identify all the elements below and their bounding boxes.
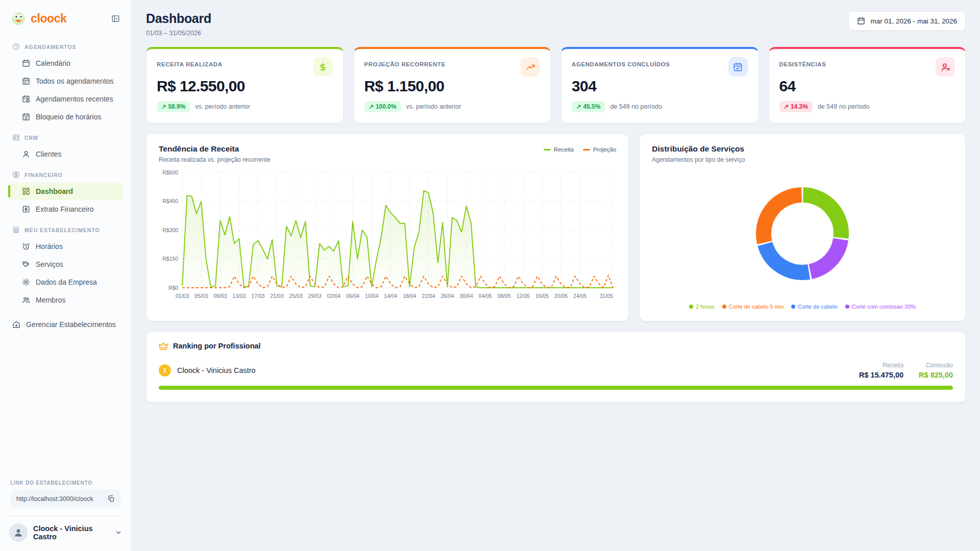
- rank-stats: Receita R$ 15.475,00 Comissão R$ 825,00: [859, 362, 953, 379]
- donut-slice-2-horas[interactable]: [803, 195, 842, 238]
- page-title: Dashboard: [146, 11, 211, 26]
- svg-text:13/03: 13/03: [232, 293, 246, 299]
- sidebar-section-header: MEU ESTABELECIMENTO: [8, 222, 123, 237]
- revenue-trend-card: Tendência de Receita Receita realizada v…: [146, 134, 629, 321]
- donut-slice-corte-de-cabelo[interactable]: [765, 244, 809, 272]
- main-content: Dashboard 01/03 – 31/05/2026 mar 01, 202…: [132, 0, 980, 551]
- stat-card-badge: ↗ 58.9%: [157, 101, 190, 112]
- copy-icon[interactable]: [107, 495, 115, 503]
- sidebar-item-agendamentos-recentes[interactable]: Agendamentos recentes: [8, 90, 123, 108]
- sidebar-item-membros[interactable]: Membros: [8, 291, 123, 309]
- service-distribution-title: Distribuição de Serviços: [652, 144, 953, 154]
- sidebar-item-todos-os-agendamentos[interactable]: Todos os agendamentos: [8, 72, 123, 90]
- rank-professional-name: Cloock - Vinicius Castro: [177, 366, 256, 374]
- sidebar-item-gerenciar-estabelecimentos[interactable]: Gerenciar Estabelecimentos: [8, 316, 123, 333]
- legend-dash-icon: [544, 149, 551, 151]
- rank-progress-fill: [159, 386, 953, 390]
- dollar-icon: [313, 57, 333, 77]
- sidebar-section-label: CRM: [24, 135, 38, 141]
- page-header: Dashboard 01/03 – 31/05/2026 mar 01, 202…: [146, 11, 966, 37]
- sidebar-section-header: CRM: [8, 130, 123, 145]
- crown-icon: [159, 341, 168, 350]
- clock-icon: [12, 43, 20, 51]
- service-distribution-legend: 2 horas Corte de cabelo 5 min Corte de c…: [652, 304, 953, 311]
- sidebar-item-label: Serviços: [36, 260, 63, 268]
- calendar-clock-icon: [22, 95, 30, 103]
- legend-dot-icon: [845, 305, 849, 309]
- donut-legend-label: Corte de cabelo 5 min: [729, 304, 784, 310]
- svg-text:21/03: 21/03: [271, 293, 284, 299]
- sidebar-item-label: Dados da Empresa: [36, 278, 97, 286]
- sidebar-section-header: FINANCEIRO: [8, 167, 123, 182]
- svg-text:08/05: 08/05: [498, 293, 511, 299]
- stat-card-agendamentos-concluidos: AGENDAMENTOS CONCLUÍDOS 304 ↗ 45.5% de 5…: [561, 47, 758, 123]
- sidebar-item-horarios[interactable]: Horários: [8, 238, 123, 255]
- svg-text:22/04: 22/04: [422, 293, 435, 299]
- calendar-check-icon: [728, 57, 748, 77]
- establishment-link-label: LINK DO ESTABELECIMENTO: [10, 480, 121, 486]
- id-card-icon: [12, 134, 20, 141]
- trending-up-icon: [521, 57, 540, 77]
- service-distribution-card: Distribuição de Serviços Agendamentos po…: [639, 134, 966, 321]
- sidebar-item-label: Extrato Financeiro: [36, 205, 94, 213]
- ranking-header: Ranking por Profissional: [159, 341, 953, 350]
- chevron-down-icon: [115, 529, 122, 536]
- sidebar-item-label: Horários: [36, 242, 63, 251]
- svg-text:02/04: 02/04: [327, 293, 340, 299]
- svg-text:18/04: 18/04: [403, 293, 416, 299]
- sidebar-collapse-button[interactable]: [110, 13, 121, 24]
- ranking-card: Ranking por Profissional 1 Cloock - Vini…: [146, 332, 966, 403]
- donut-legend-item-corte-de-cabelo: Corte de cabelo: [791, 304, 838, 310]
- svg-text:05/03: 05/03: [194, 293, 208, 299]
- rank-receita-label: Receita: [859, 362, 903, 369]
- svg-text:29/03: 29/03: [308, 293, 322, 299]
- donut-legend-item-corte-com-comissao-20: Corte com comissao 20%: [845, 304, 916, 310]
- calendar-icon: [22, 59, 30, 67]
- sidebar-section-meu-estabelecimento: MEU ESTABELECIMENTOHoráriosServiçosDados…: [8, 222, 123, 309]
- sidebar-item-extrato-financeiro[interactable]: Extrato Financeiro: [8, 201, 123, 218]
- date-range-label: mar 01, 2026 - mai 31, 2026: [870, 17, 957, 25]
- legend-label: Projeção: [593, 146, 616, 153]
- dollar-square-icon: [22, 205, 30, 213]
- date-range-button[interactable]: mar 01, 2026 - mai 31, 2026: [848, 11, 966, 31]
- sidebar-item-calendario[interactable]: Calendário: [8, 55, 123, 72]
- sidebar-section-label: MEU ESTABELECIMENTO: [24, 227, 100, 233]
- user-icon: [22, 150, 30, 158]
- svg-text:14/04: 14/04: [384, 293, 397, 299]
- svg-text:R$150: R$150: [162, 256, 178, 262]
- svg-text:16/05: 16/05: [535, 293, 549, 299]
- donut-legend-item-2-horas: 2 horas: [689, 304, 715, 310]
- donut-slice-corte-de-cabelo-5-min[interactable]: [764, 195, 802, 242]
- sidebar-item-servicos[interactable]: Serviços: [8, 256, 123, 273]
- sidebar-item-label: Agendamentos recentes: [36, 95, 113, 103]
- svg-text:R$450: R$450: [162, 198, 178, 204]
- house-plus-icon: [12, 320, 20, 329]
- sidebar-item-label: Bloqueio de horários: [36, 113, 101, 121]
- sidebar-section-financeiro: FINANCEIRODashboardExtrato Financeiro: [8, 167, 123, 218]
- rank-comissao-value: R$ 825,00: [919, 371, 953, 379]
- sidebar-item-dashboard[interactable]: Dashboard: [8, 183, 123, 200]
- stat-card-badge: ↗ 100.0%: [364, 101, 401, 112]
- sidebar-item-bloqueio-de-horarios[interactable]: Bloqueio de horários: [8, 108, 123, 126]
- gear-icon: [22, 278, 30, 286]
- user-menu[interactable]: Cloock - Vinicius Castro: [6, 516, 125, 544]
- donut-slice-corte-com-comissao-20[interactable]: [811, 239, 841, 271]
- sidebar-item-dados-da-empresa[interactable]: Dados da Empresa: [8, 273, 123, 291]
- svg-text:04/05: 04/05: [479, 293, 492, 299]
- sidebar-section-header: AGENDAMENTOS: [8, 39, 123, 54]
- stat-card-badge: ↗ 14.3%: [779, 101, 813, 112]
- calendar-x-icon: [22, 113, 30, 121]
- legend-label: Receita: [554, 146, 574, 153]
- svg-text:31/05: 31/05: [600, 293, 613, 299]
- sidebar-item-label: Calendário: [36, 59, 70, 67]
- ranking-title: Ranking por Profissional: [173, 342, 261, 350]
- rank-receita-value: R$ 15.475,00: [859, 371, 903, 379]
- establishment-link-box[interactable]: http://localhost:3000/cloock: [10, 490, 121, 508]
- sidebar-nav: AGENDAMENTOSCalendárioTodos os agendamen…: [6, 39, 125, 334]
- sidebar-item-clientes[interactable]: Clientes: [8, 145, 123, 163]
- sidebar-item-label: Gerenciar Estabelecimentos: [26, 320, 116, 329]
- stat-card-suffix: de 549 no período: [610, 103, 662, 110]
- svg-text:R$600: R$600: [162, 169, 178, 176]
- user-x-icon: [936, 57, 955, 77]
- revenue-trend-chart: R$0R$150R$300R$450R$60001/0305/0309/0313…: [159, 167, 616, 305]
